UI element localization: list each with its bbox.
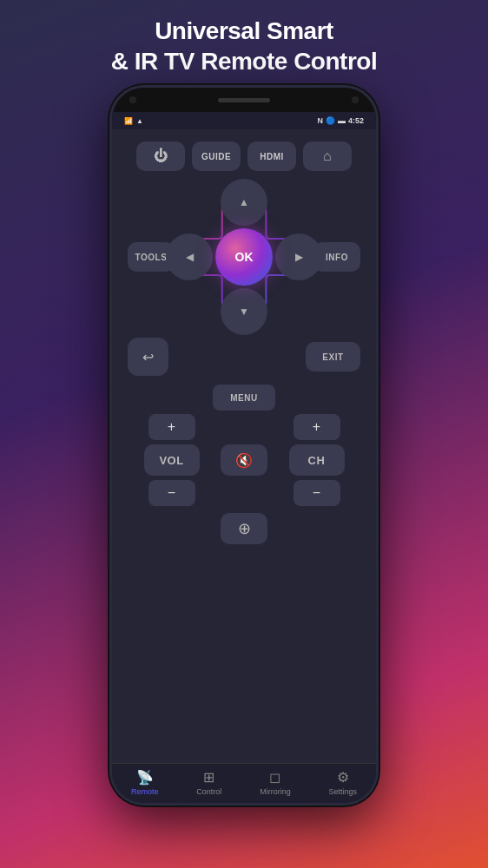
ch-minus-button[interactable]: − xyxy=(293,480,340,506)
dpad-down-button[interactable]: ▼ xyxy=(221,288,267,335)
vol-minus-icon: − xyxy=(168,485,175,500)
status-right: N 🔵 ▬ 4:52 xyxy=(317,116,364,125)
dpad-up-button[interactable]: ▲ xyxy=(221,179,267,226)
nfc-icon: N xyxy=(317,116,323,125)
mirroring-nav-icon: ◻ xyxy=(269,769,280,786)
left-arrow-icon: ◀ xyxy=(186,251,194,263)
remote-nav-label: Remote xyxy=(131,787,159,796)
right-arrow-icon: ▶ xyxy=(295,251,303,263)
ch-plus-icon: + xyxy=(313,419,320,434)
back-icon: ↩ xyxy=(142,349,154,365)
mute-button[interactable]: 🔇 xyxy=(221,444,267,476)
dpad-left-button[interactable]: ◀ xyxy=(166,233,213,280)
ok-label: OK xyxy=(235,250,254,264)
ch-column: + CH − xyxy=(273,414,360,506)
back-exit-row: ↩ EXIT xyxy=(121,334,367,379)
nav-item-settings[interactable]: ⚙ Settings xyxy=(320,769,366,796)
home-button[interactable]: ⌂ xyxy=(303,141,352,171)
source-row: ⊕ xyxy=(221,513,267,544)
remote-nav-icon: 📡 xyxy=(136,769,154,786)
power-button[interactable]: ⏻ xyxy=(136,141,185,171)
vol-minus-button[interactable]: − xyxy=(148,480,195,506)
ch-label-button[interactable]: CH xyxy=(289,444,345,476)
source-icon: ⊕ xyxy=(238,520,251,537)
power-icon: ⏻ xyxy=(154,148,168,164)
menu-button[interactable]: MENU xyxy=(213,385,275,411)
vol-ch-grid: + VOL − 🔇 + CH xyxy=(121,414,367,506)
camera-right xyxy=(352,96,359,103)
nav-item-remote[interactable]: 📡 Remote xyxy=(122,769,168,796)
top-buttons-row: ⏻ GUIDE HDMI ⌂ xyxy=(136,141,352,171)
battery-icon: ▬ xyxy=(338,116,346,125)
dpad-section: TOOLS xyxy=(121,180,367,334)
settings-nav-icon: ⚙ xyxy=(337,769,349,786)
ch-plus-button[interactable]: + xyxy=(293,414,340,440)
sim-icon: 📶 xyxy=(124,117,133,125)
ch-minus-icon: − xyxy=(313,485,320,500)
nav-item-mirroring[interactable]: ◻ Mirroring xyxy=(251,769,300,796)
home-icon: ⌂ xyxy=(323,148,332,164)
vol-label-button[interactable]: VOL xyxy=(144,444,200,476)
vol-plus-button[interactable]: + xyxy=(148,414,195,440)
bottom-nav: 📡 Remote ⊞ Control ◻ Mirroring ⚙ Setting… xyxy=(112,763,376,803)
guide-button[interactable]: GUIDE xyxy=(192,141,241,171)
info-label: INFO xyxy=(326,253,348,262)
vol-column: + VOL − xyxy=(128,414,215,506)
vol-plus-icon: + xyxy=(168,419,175,434)
control-nav-icon: ⊞ xyxy=(203,769,214,786)
tools-label: TOOLS xyxy=(135,253,168,262)
back-button[interactable]: ↩ xyxy=(128,338,168,376)
status-bar: 📶 ▲ N 🔵 ▬ 4:52 xyxy=(112,112,376,129)
phone-notch xyxy=(112,88,376,112)
center-column: 🔇 xyxy=(221,414,267,506)
source-button[interactable]: ⊕ xyxy=(221,513,267,544)
down-arrow-icon: ▼ xyxy=(239,306,249,318)
vol-label: VOL xyxy=(159,454,183,467)
status-left: 📶 ▲ xyxy=(124,117,143,125)
settings-nav-label: Settings xyxy=(329,787,358,796)
header-title: Universal Smart & IR TV Remote Control xyxy=(85,0,403,85)
exit-button[interactable]: EXIT xyxy=(306,342,360,372)
dpad-cross: ▲ ▼ ◀ ▶ OK xyxy=(166,179,322,335)
phone-shell: 📶 ▲ N 🔵 ▬ 4:52 ⏻ GUIDE HDMI ⌂ xyxy=(109,85,379,806)
dpad-right-button[interactable]: ▶ xyxy=(275,233,322,280)
dpad-container: ▲ ▼ ◀ ▶ OK xyxy=(175,174,313,339)
ok-button[interactable]: OK xyxy=(215,228,273,286)
hdmi-label: HDMI xyxy=(260,152,284,161)
bluetooth-icon: 🔵 xyxy=(326,116,335,125)
hdmi-button[interactable]: HDMI xyxy=(247,141,296,171)
menu-row: MENU xyxy=(213,385,275,411)
clock: 4:52 xyxy=(348,116,364,125)
remote-screen: ⏻ GUIDE HDMI ⌂ TOOLS xyxy=(112,129,376,763)
exit-label: EXIT xyxy=(322,352,343,362)
wifi-icon: ▲ xyxy=(136,117,143,125)
menu-label: MENU xyxy=(230,393,257,403)
mirroring-nav-label: Mirroring xyxy=(260,787,291,796)
nav-item-control[interactable]: ⊞ Control xyxy=(188,769,230,796)
guide-label: GUIDE xyxy=(201,152,231,161)
mute-icon: 🔇 xyxy=(235,453,253,468)
up-arrow-icon: ▲ xyxy=(239,196,249,208)
camera-left xyxy=(129,96,136,103)
control-nav-label: Control xyxy=(196,787,221,796)
ch-label: CH xyxy=(308,454,326,467)
notch-speaker xyxy=(218,98,270,102)
